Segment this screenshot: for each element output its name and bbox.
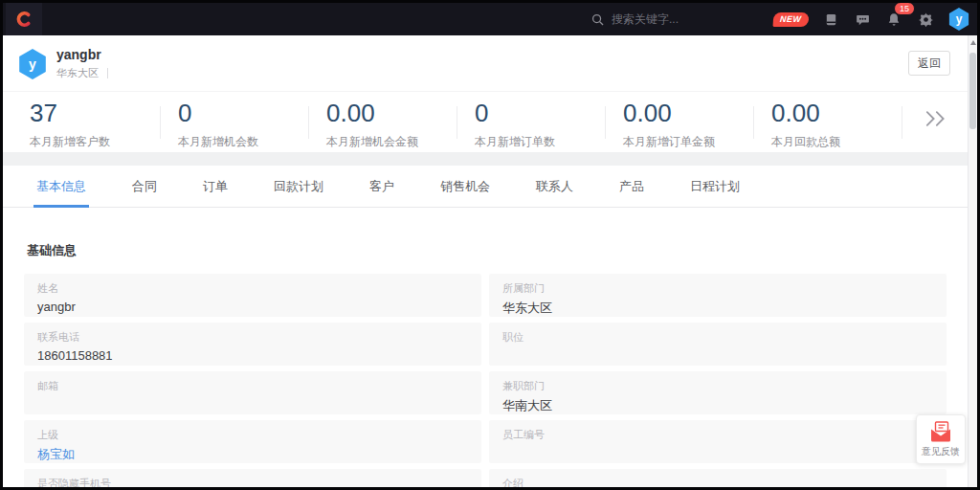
stat-label: 本月新增机会数 <box>178 134 326 150</box>
manual-book-icon[interactable] <box>822 11 839 28</box>
profile-department: 华东大区 <box>56 66 108 80</box>
field-label: 姓名 <box>37 281 468 296</box>
search-input[interactable] <box>612 12 755 26</box>
tab-sales-opportunities[interactable]: 销售机会 <box>440 166 490 208</box>
tab-payment-plan[interactable]: 回款计划 <box>274 166 323 208</box>
field-phone[interactable]: 联系电话 18601158881 <box>24 323 481 366</box>
scroll-up-arrow-icon[interactable] <box>970 40 976 45</box>
field-label: 兼职部门 <box>502 379 933 393</box>
field-value: 华东大区 <box>502 300 933 317</box>
field-hide-phone[interactable]: 是否隐藏手机号 <box>24 469 481 490</box>
stat-value: 0 <box>178 99 326 127</box>
search-icon <box>591 13 604 26</box>
stat-new-opportunities: 0 本月新增机会数 <box>178 99 326 152</box>
field-email[interactable]: 邮箱 <box>24 371 481 414</box>
stat-order-amount: 0.00 本月新增订单金额 <box>623 99 771 152</box>
tab-orders[interactable]: 订单 <box>203 166 228 208</box>
more-stats-chevrons-icon[interactable] <box>924 109 947 131</box>
settings-gear-icon[interactable] <box>917 11 934 28</box>
section-separator <box>3 152 977 166</box>
field-position[interactable]: 职位 <box>489 323 947 366</box>
field-name[interactable]: 姓名 yangbr <box>24 274 481 317</box>
app-logo[interactable] <box>6 3 42 35</box>
tab-basic-info[interactable]: 基本信息 <box>36 166 86 208</box>
stat-value: 0 <box>475 99 623 127</box>
stat-new-customers: 37 本月新增客户数 <box>30 99 178 152</box>
feedback-label: 意见反馈 <box>922 445 960 458</box>
field-value: yangbr <box>37 300 468 314</box>
top-navigation-bar: NEW 15 y <box>3 3 977 35</box>
profile-header: y yangbr 华东大区 返回 <box>3 35 977 91</box>
field-value: 18601158881 <box>37 348 468 363</box>
messages-icon[interactable] <box>854 11 871 28</box>
app-window: NEW 15 y y yangbr 华东大区 返回 37 本月新增客户数 <box>0 0 980 490</box>
stat-label: 本月新增机会金额 <box>326 134 475 150</box>
global-search[interactable] <box>591 3 755 35</box>
field-employee-id[interactable]: 员工编号 <box>489 420 947 463</box>
section-title: 基础信息 <box>3 208 977 274</box>
field-label: 是否隐藏手机号 <box>37 477 468 490</box>
field-label: 员工编号 <box>502 428 933 442</box>
tab-products[interactable]: 产品 <box>619 166 644 208</box>
stat-value: 0.00 <box>771 99 920 127</box>
notifications-bell-icon[interactable]: 15 <box>885 11 902 28</box>
field-label: 邮箱 <box>37 379 468 393</box>
stat-new-orders: 0 本月新增订单数 <box>475 99 623 152</box>
back-button[interactable]: 返回 <box>908 51 950 76</box>
vertical-scrollbar[interactable] <box>968 35 977 487</box>
monthly-stats-bar: 37 本月新增客户数 0 本月新增机会数 0.00 本月新增机会金额 0 本月新… <box>3 91 977 152</box>
profile-name: yangbr <box>56 47 101 62</box>
stat-value: 0.00 <box>326 99 475 127</box>
fields-grid: 姓名 yangbr 所属部门 华东大区 联系电话 18601158881 职位 … <box>3 274 977 490</box>
stat-value: 37 <box>30 99 178 127</box>
superior-link[interactable]: 杨宝如 <box>37 446 468 463</box>
tab-schedule[interactable]: 日程计划 <box>690 166 740 208</box>
field-superior[interactable]: 上级 杨宝如 <box>24 420 481 463</box>
field-own-department[interactable]: 所属部门 华东大区 <box>489 274 947 317</box>
field-label: 联系电话 <box>37 330 468 345</box>
field-label: 介绍 <box>502 477 933 490</box>
field-label: 上级 <box>37 428 468 442</box>
field-label: 职位 <box>502 330 933 345</box>
brand-c-logo-icon <box>14 10 33 29</box>
notification-count-badge: 15 <box>894 2 915 15</box>
feedback-envelope-icon <box>929 421 952 442</box>
detail-tabs: 基本信息 合同 订单 回款计划 客户 销售机会 联系人 产品 日程计划 <box>3 166 977 208</box>
topbar-actions: NEW 15 y <box>773 3 970 35</box>
stat-value: 0.00 <box>623 99 771 127</box>
stat-label: 本月新增订单数 <box>475 134 623 150</box>
profile-avatar: y <box>18 49 47 79</box>
user-avatar[interactable]: y <box>948 8 969 31</box>
divider <box>107 68 108 78</box>
basic-info-panel: 基础信息 姓名 yangbr 所属部门 华东大区 联系电话 1860115888… <box>3 208 977 490</box>
stat-label: 本月回款总额 <box>771 134 920 150</box>
stat-opportunity-amount: 0.00 本月新增机会金额 <box>326 99 475 152</box>
stat-label: 本月新增订单金额 <box>623 134 771 150</box>
stat-payment-total: 0.00 本月回款总额 <box>771 99 920 152</box>
scrollbar-thumb[interactable] <box>969 53 976 129</box>
tab-contacts[interactable]: 联系人 <box>536 166 573 208</box>
field-value: 华南大区 <box>502 397 933 414</box>
field-intro[interactable]: 介绍 <box>489 469 947 490</box>
profile-department-label: 华东大区 <box>56 66 99 80</box>
field-secondary-department[interactable]: 兼职部门 华南大区 <box>489 371 947 414</box>
field-label: 所属部门 <box>502 281 933 296</box>
feedback-button[interactable]: 意见反馈 <box>916 414 966 464</box>
stat-label: 本月新增客户数 <box>30 134 178 150</box>
tab-customers[interactable]: 客户 <box>369 166 394 208</box>
tab-contracts[interactable]: 合同 <box>132 166 157 208</box>
new-feature-badge[interactable]: NEW <box>772 12 809 27</box>
